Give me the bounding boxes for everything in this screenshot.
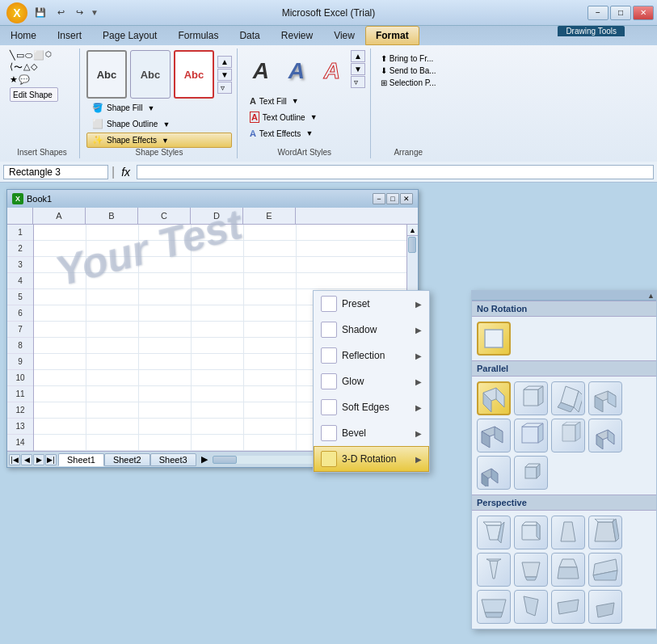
- callout-icon[interactable]: 💬: [19, 74, 30, 85]
- tab-insert[interactable]: Insert: [47, 26, 92, 45]
- polygon-icon[interactable]: △: [23, 61, 30, 74]
- parallel-btn-6[interactable]: [514, 419, 548, 452]
- cell-e12[interactable]: [244, 402, 297, 419]
- cell-c13[interactable]: [139, 419, 192, 435]
- cell-d8[interactable]: [192, 338, 244, 354]
- shape-fill-button[interactable]: 🪣 Shape Fill ▼: [86, 100, 232, 116]
- cell-b9[interactable]: [86, 354, 139, 370]
- shape4-icon[interactable]: ⬡: [45, 50, 52, 61]
- next-sheet-button[interactable]: ▶: [33, 454, 44, 465]
- perspective-btn-2[interactable]: [514, 516, 548, 549]
- cell-e4[interactable]: [244, 273, 297, 289]
- shape-style-2-button[interactable]: Abc: [130, 50, 171, 99]
- last-sheet-button[interactable]: ▶|: [45, 454, 57, 465]
- cell-b7[interactable]: [86, 322, 139, 338]
- maximize-button[interactable]: □: [610, 6, 631, 20]
- cell-d5[interactable]: [192, 289, 244, 305]
- cell-b14[interactable]: [86, 435, 139, 451]
- tab-format[interactable]: Format: [365, 26, 419, 45]
- perspective-btn-4[interactable]: [588, 516, 622, 549]
- perspective-btn-3[interactable]: [551, 516, 585, 549]
- panel-scroll-up-icon[interactable]: ▲: [647, 292, 655, 300]
- sheet-tab-2[interactable]: Sheet2: [104, 453, 150, 466]
- cell-e8[interactable]: [244, 338, 297, 354]
- perspective-btn-10[interactable]: [514, 590, 548, 624]
- shape-more-icon[interactable]: ⬜: [33, 50, 44, 61]
- line-icon[interactable]: ╲: [10, 50, 15, 61]
- cell-e6[interactable]: [244, 305, 297, 322]
- cell-a10[interactable]: [34, 370, 86, 386]
- cell-e9[interactable]: [244, 354, 297, 370]
- cell-c9[interactable]: [139, 354, 192, 370]
- cell-e7[interactable]: [244, 322, 297, 338]
- close-button[interactable]: ✕: [633, 6, 654, 20]
- shape-effects-button[interactable]: ✨ Shape Effects ▼: [86, 133, 232, 148]
- menu-bevel[interactable]: Bevel ▶: [314, 420, 429, 446]
- cell-d11[interactable]: [192, 386, 244, 402]
- perspective-btn-1[interactable]: [477, 516, 511, 549]
- sheet-tab-1[interactable]: Sheet1: [58, 453, 104, 466]
- cell-c10[interactable]: [139, 370, 192, 386]
- cell-d4[interactable]: [192, 273, 244, 289]
- cell-c7[interactable]: [139, 322, 192, 338]
- edit-shape-button[interactable]: Edit Shape: [10, 87, 58, 102]
- tab-view[interactable]: View: [323, 26, 365, 45]
- cell-c8[interactable]: [139, 338, 192, 354]
- perspective-btn-6[interactable]: [514, 553, 548, 587]
- cell-e14[interactable]: [244, 435, 297, 451]
- arrow-icon[interactable]: ⟨: [10, 61, 13, 74]
- text-fill-button[interactable]: A Text Fill ▼: [244, 94, 365, 108]
- cell-c6[interactable]: [139, 305, 192, 322]
- cell-c4[interactable]: [139, 273, 192, 289]
- perspective-btn-5[interactable]: [477, 553, 511, 587]
- oval-icon[interactable]: ⬭: [25, 50, 32, 61]
- cell-d10[interactable]: [192, 370, 244, 386]
- undo-button[interactable]: ↩: [53, 5, 69, 20]
- cell-a7[interactable]: [34, 322, 86, 338]
- cell-c5[interactable]: [139, 289, 192, 305]
- tab-home[interactable]: Home: [0, 26, 47, 45]
- send-to-back-button[interactable]: ⬇ Send to Ba...: [377, 65, 440, 76]
- perspective-btn-12[interactable]: [588, 590, 622, 624]
- scroll-thumb[interactable]: [408, 237, 416, 253]
- cell-a6[interactable]: [34, 305, 86, 322]
- style-down-button[interactable]: ▼: [217, 69, 232, 81]
- cell-e11[interactable]: [244, 386, 297, 402]
- wordart-plain-button[interactable]: A: [244, 50, 278, 92]
- cell-e3[interactable]: [244, 257, 297, 273]
- cell-b8[interactable]: [86, 338, 139, 354]
- parallel-btn-8[interactable]: [588, 419, 622, 452]
- shape-style-1-button[interactable]: Abc: [86, 50, 127, 99]
- parallel-btn-10[interactable]: [514, 456, 548, 490]
- first-sheet-button[interactable]: |◀: [9, 454, 20, 465]
- style-expand-button[interactable]: ▿: [217, 82, 232, 94]
- cell-b10[interactable]: [86, 370, 139, 386]
- text-effects-button[interactable]: A Text Effects ▼: [244, 126, 365, 141]
- wordart-shadow-button[interactable]: A: [280, 50, 314, 92]
- wordart-up-button[interactable]: ▲: [351, 50, 365, 62]
- style-up-button[interactable]: ▲: [217, 56, 232, 68]
- redo-button[interactable]: ↪: [72, 5, 87, 20]
- cell-a11[interactable]: [34, 386, 86, 402]
- rect-icon[interactable]: ▭: [16, 50, 24, 61]
- parallel-btn-2[interactable]: [514, 381, 548, 415]
- wordart-down-button[interactable]: ▼: [351, 63, 365, 75]
- tab-page-layout[interactable]: Page Layout: [92, 26, 167, 45]
- name-box[interactable]: Rectangle 3: [3, 165, 108, 179]
- cell-c12[interactable]: [139, 402, 192, 419]
- cell-e1[interactable]: [244, 225, 297, 241]
- tab-review[interactable]: Review: [271, 26, 323, 45]
- menu-soft-edges[interactable]: Soft Edges ▶: [314, 394, 429, 420]
- diamond-icon[interactable]: ◇: [31, 61, 37, 74]
- cell-d13[interactable]: [192, 419, 244, 435]
- wordart-expand-button[interactable]: ▿: [351, 76, 365, 88]
- cell-a13[interactable]: [34, 419, 86, 435]
- excel-minimize-button[interactable]: −: [373, 193, 385, 204]
- shape-outline-button[interactable]: ⬜ Shape Outline ▼: [86, 116, 232, 132]
- menu-glow[interactable]: Glow ▶: [314, 368, 429, 394]
- cell-a1[interactable]: [34, 225, 86, 241]
- menu-3d-rotation[interactable]: 3-D Rotation ▶: [314, 446, 429, 472]
- cell-b11[interactable]: [86, 386, 139, 402]
- perspective-btn-11[interactable]: [551, 590, 585, 624]
- text-outline-button[interactable]: A Text Outline ▼: [244, 109, 365, 125]
